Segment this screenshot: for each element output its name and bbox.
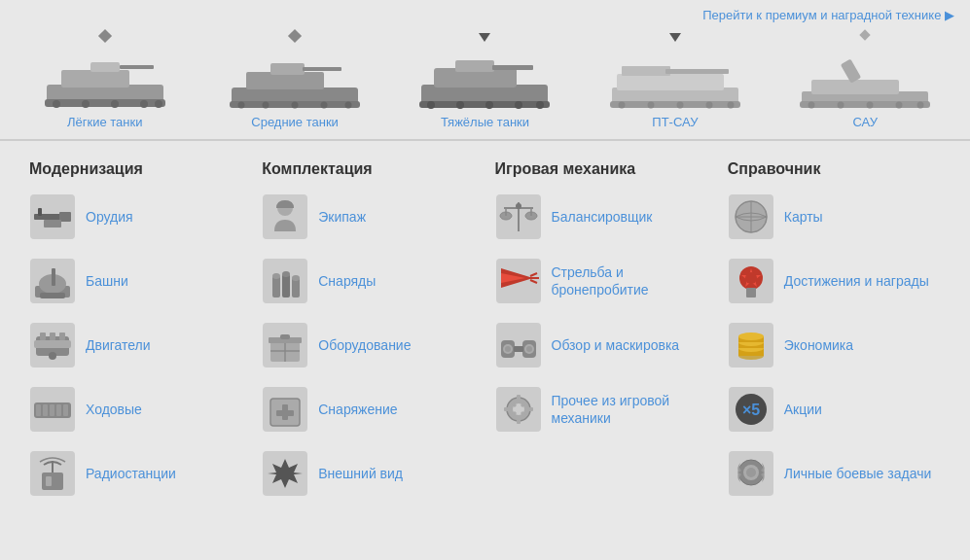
svg-rect-96: [276, 410, 294, 416]
svg-point-26: [456, 101, 464, 109]
svg-rect-75: [46, 476, 52, 486]
other-label[interactable]: Прочее из игровой механики: [552, 392, 708, 427]
svg-point-9: [155, 100, 162, 108]
missions-label[interactable]: Личные боевые задачи: [784, 465, 932, 482]
radio-item[interactable]: Радиостанции: [29, 450, 242, 497]
view-label[interactable]: Обзор и маскировка: [552, 336, 680, 354]
svg-rect-13: [303, 67, 341, 71]
svg-point-119: [526, 346, 532, 352]
engines-label[interactable]: Двигатели: [86, 336, 151, 354]
economy-label[interactable]: Экономика: [784, 336, 853, 354]
missions-item[interactable]: Личные боевые задачи: [728, 450, 941, 497]
tank-light-card[interactable]: Лёгкие танки: [18, 31, 193, 129]
guns-item[interactable]: Орудия: [29, 193, 242, 240]
tracks-icon: [29, 386, 76, 433]
maps-label[interactable]: Карты: [784, 208, 823, 226]
heavy-indicator: [479, 33, 490, 42]
td-label[interactable]: ПТ-САУ: [652, 115, 698, 129]
tank-spg-card[interactable]: САУ: [777, 31, 952, 129]
svg-rect-53: [44, 220, 61, 228]
light-tank-label[interactable]: Лёгкие танки: [67, 115, 142, 129]
equipment-label[interactable]: Оборудование: [318, 336, 411, 354]
crew-icon: [262, 193, 308, 240]
svg-point-6: [82, 100, 90, 108]
economy-icon: [728, 322, 774, 368]
svg-point-83: [282, 271, 290, 277]
provisions-item[interactable]: Снаряжение: [262, 386, 475, 433]
view-item[interactable]: Обзор и маскировка: [495, 322, 708, 368]
turrets-item[interactable]: Башни: [29, 258, 242, 304]
tank-td-image: [602, 31, 748, 109]
top-navigation: Перейти к премиум и наградной технике ▶: [0, 0, 970, 26]
svg-rect-91: [280, 334, 290, 339]
radio-label[interactable]: Радиостанции: [86, 465, 176, 482]
provisions-label[interactable]: Снаряжение: [318, 401, 397, 418]
tank-spg-image: [792, 31, 938, 109]
medium-tank-svg: [227, 51, 363, 109]
economy-item[interactable]: Экономика: [728, 322, 941, 368]
ammo-item[interactable]: Снаряды: [262, 258, 475, 304]
premium-link[interactable]: Перейти к премиум и наградной технике ▶: [702, 8, 954, 22]
spg-tank-svg: [797, 51, 933, 109]
heavy-tank-label[interactable]: Тяжёлые танки: [441, 115, 529, 129]
balance-label[interactable]: Балансировщик: [552, 208, 653, 226]
medium-tank-label[interactable]: Средние танки: [251, 115, 339, 129]
tank-td-card[interactable]: ПТ-САУ: [588, 31, 763, 129]
tracks-label[interactable]: Ходовые: [86, 401, 142, 418]
achievements-item[interactable]: Достижения и награды: [728, 258, 941, 304]
tank-heavy-card[interactable]: Тяжёлые танки: [397, 31, 572, 129]
svg-point-35: [618, 102, 625, 109]
equipment-icon-img: [262, 322, 308, 368]
svg-rect-115: [514, 346, 523, 352]
svg-rect-63: [59, 332, 65, 340]
tracks-item[interactable]: Ходовые: [29, 386, 242, 433]
svg-rect-22: [455, 60, 494, 72]
tank-medium-image: [222, 31, 368, 109]
actions-label[interactable]: Акции: [784, 401, 822, 418]
maps-item[interactable]: Карты: [728, 193, 941, 240]
tank-heavy-image: [412, 31, 557, 109]
crew-label[interactable]: Экипаж: [318, 208, 366, 226]
achievements-label[interactable]: Достижения и награды: [784, 272, 929, 290]
shooting-label[interactable]: Стрельба и бронепробитие: [552, 263, 708, 298]
engines-item[interactable]: Двигатели: [29, 322, 242, 368]
turrets-label[interactable]: Башни: [86, 272, 128, 290]
column-modernization: Модернизация Орудия: [19, 160, 252, 514]
view-icon: [495, 322, 542, 368]
ammo-label[interactable]: Снаряды: [318, 272, 376, 290]
spg-label[interactable]: САУ: [853, 115, 878, 129]
svg-rect-71: [56, 404, 61, 416]
crew-item[interactable]: Экипаж: [262, 193, 475, 240]
svg-rect-32: [622, 66, 670, 76]
style-item[interactable]: Внешний вид: [262, 450, 475, 497]
svg-point-39: [727, 102, 734, 109]
svg-point-16: [263, 102, 269, 109]
style-label[interactable]: Внешний вид: [318, 465, 403, 482]
equipment-item[interactable]: Оборудование: [262, 322, 475, 368]
svg-rect-33: [665, 69, 729, 74]
td-tank-svg: [607, 51, 743, 109]
shooting-item[interactable]: Стрельба и бронепробитие: [495, 258, 708, 304]
svg-point-85: [292, 275, 300, 281]
actions-item[interactable]: ×5 Акции: [728, 386, 941, 433]
svg-rect-140: [746, 288, 756, 298]
actions-icon: ×5: [728, 386, 774, 433]
radio-icon: [29, 450, 76, 497]
svg-point-44: [808, 102, 815, 109]
mechanics-header: Игровая механика: [495, 160, 708, 178]
td-indicator: [669, 33, 681, 42]
style-icon: [262, 450, 308, 497]
tank-medium-card[interactable]: Средние танки: [207, 31, 382, 129]
svg-point-38: [705, 102, 712, 109]
equipment-header: Комплектация: [262, 160, 475, 178]
guns-label[interactable]: Орудия: [86, 208, 133, 226]
balance-item[interactable]: Балансировщик: [495, 193, 708, 240]
svg-point-37: [676, 102, 683, 109]
svg-point-19: [345, 102, 352, 109]
turrets-icon: [29, 258, 76, 304]
other-item[interactable]: Прочее из игровой механики: [495, 386, 708, 433]
medium-indicator: [288, 29, 302, 43]
svg-point-81: [272, 273, 280, 279]
svg-rect-31: [617, 74, 724, 90]
svg-point-29: [536, 101, 544, 109]
